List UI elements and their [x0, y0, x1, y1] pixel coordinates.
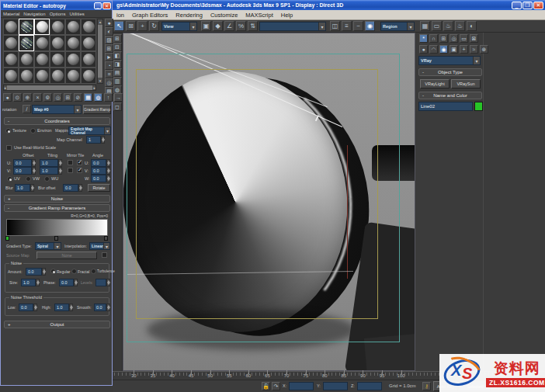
go-to-parent-icon[interactable]: ↑ [104, 93, 113, 102]
gradient-type-dropdown[interactable]: Spiral▾ [35, 242, 61, 250]
material-sample-slot[interactable] [81, 19, 96, 35]
material-type-button[interactable]: Gradient Ramp [83, 105, 111, 114]
minimize-button[interactable]: _ [512, 2, 522, 9]
make-preview-icon[interactable]: ◔ [105, 61, 113, 70]
cameras-category-icon[interactable]: ▣ [450, 45, 458, 54]
material-sample-slot[interactable] [19, 68, 34, 84]
noise-rollout[interactable]: +Noise [4, 195, 110, 203]
gradient-ramp-parameters-rollout[interactable]: -Gradient Ramp Parameters [4, 204, 110, 212]
interpolation-dropdown[interactable]: Linear▾ [89, 242, 110, 250]
systems-category-icon[interactable]: ⊛ [480, 45, 488, 54]
side-toolbar-icon[interactable]: ◧ [113, 51, 122, 60]
gradient-ramp-bar[interactable] [6, 219, 108, 236]
create-tab-icon[interactable]: * [419, 34, 428, 43]
material-sample-slot[interactable] [65, 19, 81, 35]
environ-radio[interactable] [30, 128, 36, 134]
minimize-button[interactable]: _ [94, 2, 102, 9]
texture-radio[interactable] [5, 128, 11, 134]
select-and-rotate-icon[interactable]: ↻ [149, 21, 159, 31]
material-editor-menu-item[interactable]: Navigation [23, 12, 45, 16]
material-editor-menu-item[interactable]: Material [3, 12, 19, 16]
put-material-to-scene-icon[interactable]: ⊙ [13, 93, 22, 102]
material-sample-slot[interactable] [3, 35, 19, 51]
show-end-result-icon[interactable]: ◍ [94, 93, 102, 102]
render-type-icon[interactable]: ▭ [432, 21, 442, 31]
put-to-library-icon[interactable]: ⊞ [64, 93, 72, 102]
render-last-icon[interactable]: ♨ [455, 21, 465, 31]
angle-snap-icon[interactable]: ∠ [224, 21, 234, 31]
material-sample-slot[interactable] [50, 51, 65, 68]
gradient-flag-mid[interactable] [54, 236, 58, 241]
make-material-copy-icon[interactable]: ⊚ [43, 93, 52, 102]
menu-item[interactable]: Rendering [175, 12, 203, 19]
hierarchy-tab-icon[interactable]: ⊞ [439, 34, 448, 43]
v-tile-checkbox[interactable] [77, 168, 82, 173]
u-mirror-checkbox[interactable] [68, 160, 73, 165]
sample-uv-tiling-icon[interactable]: ⊞ [105, 44, 113, 53]
geometry-category-icon[interactable]: ● [419, 45, 428, 54]
v-offset-spinner[interactable]: 0.0 [13, 167, 36, 175]
absolute-mode-icon[interactable]: ↷ [272, 382, 280, 390]
high-spinner[interactable]: 1.0 [54, 304, 73, 311]
x-coordinate-field[interactable] [289, 382, 314, 390]
side-toolbar-icon[interactable]: ◨ [113, 60, 122, 68]
material-sample-slot[interactable] [34, 35, 50, 51]
turbulence-radio[interactable] [91, 269, 96, 274]
object-category-dropdown[interactable]: VRay▾ [418, 56, 481, 65]
object-color-swatch[interactable] [474, 102, 483, 111]
render-scene-dialog-icon[interactable]: ▦ [420, 21, 430, 31]
material-sample-slot[interactable] [65, 51, 81, 68]
spinner-snap-icon[interactable]: ⇅ [248, 21, 258, 31]
source-map-none-button[interactable]: None [36, 252, 97, 259]
object-type-rollout[interactable]: -Object Type [418, 68, 482, 76]
side-toolbar-icon[interactable]: ◻ [113, 102, 122, 111]
select-by-name-icon[interactable]: ⊞ [126, 21, 136, 31]
material-editor-menu-item[interactable]: Options [50, 12, 66, 16]
named-selection-set-dropdown[interactable]: ▾ [259, 22, 326, 31]
blur-offset-spinner[interactable]: 0.0 [63, 184, 82, 192]
material-sample-slot[interactable] [3, 68, 19, 84]
view-dropdown[interactable]: View▾ [161, 22, 197, 31]
material-sample-slot[interactable] [34, 68, 50, 84]
go-forward-to-sibling-icon[interactable]: → [114, 93, 123, 102]
vraylight-button[interactable]: VRayLight [420, 79, 450, 88]
region-dropdown[interactable]: Region▾ [380, 22, 415, 31]
uv-radio[interactable] [7, 176, 12, 182]
rotate-button[interactable]: Rotate [88, 184, 110, 192]
utilities-tab-icon[interactable]: ⊠ [470, 34, 478, 43]
material-editor-icon[interactable]: ◉ [365, 21, 375, 31]
blur-spinner[interactable]: 1.0 [15, 184, 34, 192]
u-offset-spinner[interactable]: 0.0 [13, 159, 36, 167]
menu-item[interactable]: MAXScript [245, 12, 272, 19]
material-editor-menu-item[interactable]: Utilities [69, 12, 84, 16]
real-world-checkbox[interactable] [6, 145, 12, 151]
quick-render-icon[interactable]: ♨ [443, 21, 453, 31]
make-unique-icon[interactable]: ◎ [54, 93, 62, 102]
u-tile-checkbox[interactable] [77, 160, 82, 165]
options-icon[interactable]: ≡ [105, 70, 113, 78]
menu-item[interactable]: ion [116, 12, 124, 19]
scroll-down-icon[interactable]: ▾ [99, 78, 102, 83]
material-sample-slot[interactable] [65, 35, 81, 51]
shapes-category-icon[interactable]: ◠ [429, 45, 438, 54]
material-sample-slot[interactable] [19, 19, 34, 35]
material-id-channel-icon[interactable]: ⊘ [74, 93, 82, 102]
space-warps-category-icon[interactable]: ≈ [470, 45, 478, 54]
output-rollout[interactable]: +Output [4, 321, 110, 328]
u-tiling-spinner[interactable]: 1.0 [40, 159, 62, 167]
set-key-icon[interactable]: ⚷ [422, 382, 431, 390]
levels-spinner[interactable] [95, 279, 110, 286]
pick-material-eyedropper-icon[interactable]: / [23, 105, 31, 113]
menu-item[interactable]: Customize [210, 12, 238, 19]
material-sample-slot[interactable] [3, 19, 19, 35]
u-angle-spinner[interactable]: 0.0 [91, 159, 110, 167]
slots-horizontal-scrollbar[interactable]: ◂▸ [3, 85, 96, 91]
side-toolbar-icon[interactable]: ▥ [113, 77, 122, 85]
lights-category-icon[interactable]: ◉ [439, 45, 448, 54]
material-sample-slot[interactable] [50, 19, 65, 35]
object-name-field[interactable]: Line02 [418, 102, 473, 111]
scroll-thumb[interactable] [98, 25, 102, 78]
material-sample-slot[interactable] [81, 68, 96, 84]
material-sample-slot[interactable] [3, 51, 19, 68]
reset-map-icon[interactable]: × [33, 93, 42, 102]
